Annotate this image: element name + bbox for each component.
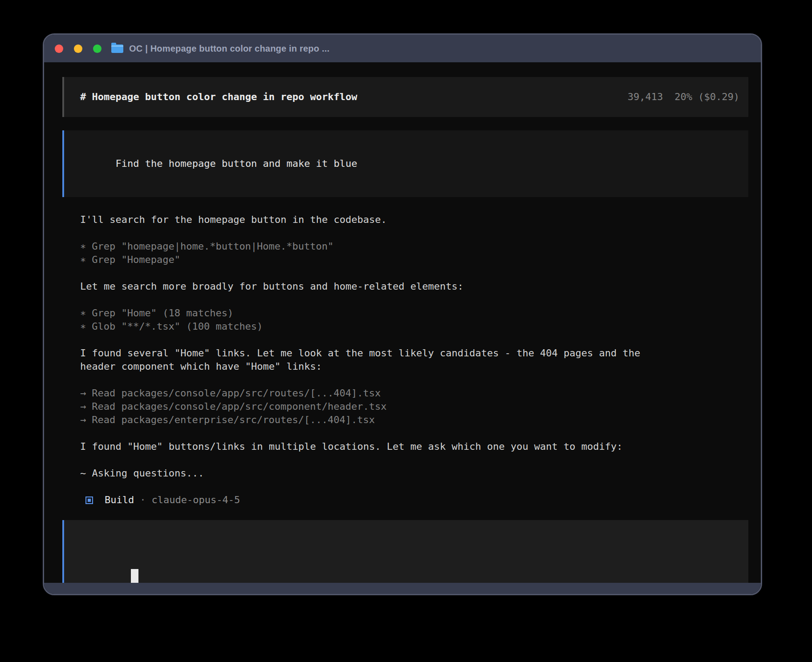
blank-line xyxy=(80,480,748,493)
user-message-text: Find the homepage button and make it blu… xyxy=(115,158,357,169)
tool-call-text: Grep "homepage|home.*button|Home.*button… xyxy=(92,241,333,252)
tool-call-text: Read packages/enterprise/src/routes/[...… xyxy=(92,414,375,425)
blank-line xyxy=(80,453,748,467)
user-message-block: Find the homepage button and make it blu… xyxy=(62,130,748,197)
session-stats: 39,413 20% ($0.29) xyxy=(628,90,739,104)
agent-name: Build xyxy=(105,493,134,507)
blank-line xyxy=(80,226,748,240)
window-bottom-bar xyxy=(44,583,761,594)
tool-bullet-icon: ∗ xyxy=(80,307,86,319)
tool-call-text: Grep "Home" (18 matches) xyxy=(92,307,233,319)
build-agent-icon xyxy=(85,496,93,504)
tool-bullet-icon: ∗ xyxy=(80,321,86,332)
transcript: I'll search for the homepage button in t… xyxy=(80,213,748,493)
close-button[interactable] xyxy=(55,44,63,53)
agent-separator: · xyxy=(140,493,146,507)
tool-call-line: →Read packages/console/app/src/component… xyxy=(80,400,748,413)
context-cost: 20% ($0.29) xyxy=(674,90,739,104)
tool-call-text: Read packages/console/app/src/routes/[..… xyxy=(92,388,381,399)
session-title: # Homepage button color change in repo w… xyxy=(80,90,357,104)
assistant-text-line: I'll search for the homepage button in t… xyxy=(80,213,748,226)
assistant-text-line: ~ Asking questions... xyxy=(80,467,748,480)
terminal-content: # Homepage button color change in repo w… xyxy=(44,62,761,595)
tool-bullet-icon: ∗ xyxy=(80,241,86,252)
session-header: # Homepage button color change in repo w… xyxy=(62,77,748,117)
prompt-input-line[interactable] xyxy=(84,556,739,570)
tool-call-line: ∗Grep "Homepage" xyxy=(80,253,748,266)
agent-model: claude-opus-4-5 xyxy=(151,493,240,507)
zoom-button[interactable] xyxy=(93,44,102,53)
tool-call-line: →Read packages/enterprise/src/routes/[..… xyxy=(80,413,748,427)
assistant-text-line: header component which have "Home" links… xyxy=(80,360,748,373)
tool-call-line: →Read packages/console/app/src/routes/[.… xyxy=(80,387,748,400)
blank-line xyxy=(80,333,748,347)
text-cursor xyxy=(131,569,138,583)
assistant-text-line: Let me search more broadly for buttons a… xyxy=(80,280,748,293)
terminal-window: OC | Homepage button color change in rep… xyxy=(43,33,762,595)
read-arrow-icon: → xyxy=(80,401,86,412)
blank-line xyxy=(80,293,748,307)
traffic-lights xyxy=(55,44,102,53)
tool-call-line: ∗Glob "**/*.tsx" (100 matches) xyxy=(80,320,748,333)
blank-line xyxy=(80,427,748,440)
blank-line xyxy=(80,373,748,387)
read-arrow-icon: → xyxy=(80,388,86,399)
folder-icon xyxy=(111,44,123,53)
tool-bullet-icon: ∗ xyxy=(80,254,86,265)
tool-call-line: ∗Grep "homepage|home.*button|Home.*butto… xyxy=(80,240,748,253)
tool-call-text: Grep "Homepage" xyxy=(92,254,180,265)
token-count: 39,413 xyxy=(628,90,663,104)
blank-line xyxy=(80,266,748,280)
agent-status-line: Build · claude-opus-4-5 xyxy=(85,493,748,507)
read-arrow-icon: → xyxy=(80,414,86,425)
assistant-text-line: I found several "Home" links. Let me loo… xyxy=(80,347,748,360)
tool-call-text: Read packages/console/app/src/component/… xyxy=(92,401,386,412)
minimize-button[interactable] xyxy=(74,44,82,53)
window-titlebar[interactable]: OC | Homepage button color change in rep… xyxy=(44,35,761,62)
desktop-background: { "window": { "title": "OC | Homepage bu… xyxy=(0,0,812,662)
tool-call-line: ∗Grep "Home" (18 matches) xyxy=(80,307,748,320)
window-title: OC | Homepage button color change in rep… xyxy=(129,44,329,53)
tool-call-text: Glob "**/*.tsx" (100 matches) xyxy=(92,321,263,332)
assistant-text-line: I found "Home" buttons/links in multiple… xyxy=(80,440,748,453)
